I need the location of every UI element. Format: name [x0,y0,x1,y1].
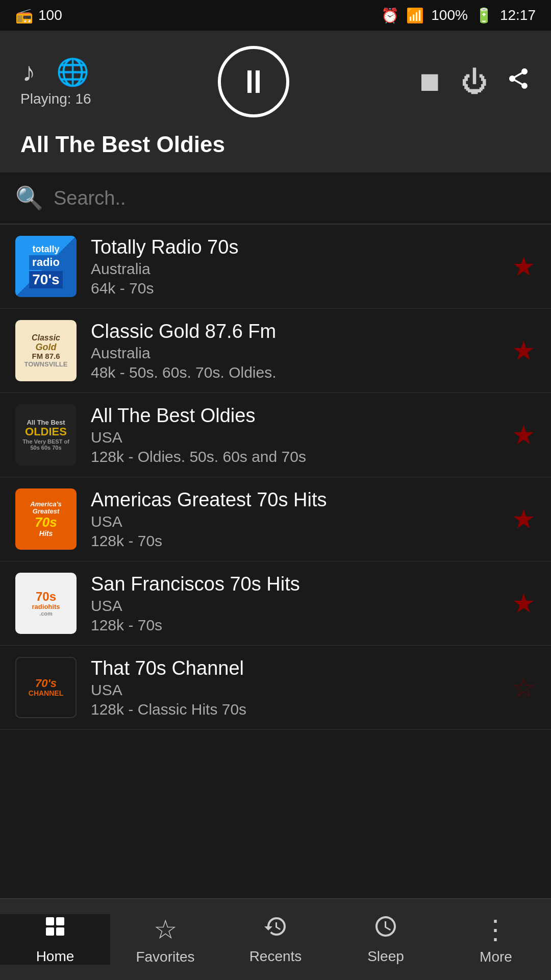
station-logo: 70's CHANNEL [15,657,77,718]
station-info: All The Best Oldies USA 128k - Oldies. 5… [91,405,502,465]
favorites-icon: ☆ [154,914,178,945]
bottom-nav: Home ☆ Favorites Recents Sleep ⋮ More [0,898,551,980]
station-bitrate: 128k - Oldies. 50s. 60s and 70s [91,448,502,465]
nav-more[interactable]: ⋮ More [441,914,551,965]
more-label: More [480,949,512,965]
favorite-star[interactable]: ★ [512,335,536,366]
power-button[interactable]: ⏻ [461,66,488,97]
station-country: USA [91,513,502,530]
list-item[interactable]: Classic Gold FM 87.6 TOWNSVILLE Classic … [0,309,551,393]
search-bar[interactable]: 🔍 [0,173,551,225]
station-country: Australia [91,345,502,362]
status-bar: 📻 100 ⏰ 📶 100% 🔋 12:17 [0,0,551,31]
stop-button[interactable]: ⏹ [416,66,443,97]
player-header: ♪ 🌐 Playing: 16 ⏸ ⏹ ⏻ All The Best Oldie… [0,31,551,173]
home-label: Home [36,948,74,965]
more-icon: ⋮ [482,914,510,945]
station-bitrate: 128k - 70s [91,532,502,550]
list-item[interactable]: 70s radiohits .com San Franciscos 70s Hi… [0,561,551,646]
wifi-icon: 📶 [406,7,424,24]
globe-icon[interactable]: 🌐 [56,57,89,88]
svg-rect-1 [46,927,54,936]
music-note-icon[interactable]: ♪ [22,57,36,88]
station-name: All The Best Oldies [91,405,502,427]
battery-text: 100% [431,7,468,23]
station-bitrate: 64k - 70s [91,280,502,297]
status-left: 📻 100 [15,7,62,24]
alarm-icon: ⏰ [381,7,399,24]
station-name: Classic Gold 87.6 Fm [91,321,502,342]
pause-button[interactable]: ⏸ [218,46,289,117]
station-country: Australia [91,260,502,278]
station-name: Americas Greatest 70s Hits [91,489,502,511]
favorite-star[interactable]: ★ [512,504,536,534]
player-right-controls: ⏹ ⏻ [416,66,531,97]
station-name: Totally Radio 70s [91,236,502,258]
sleep-label: Sleep [367,948,404,965]
svg-rect-2 [56,917,64,925]
station-country: USA [91,597,502,615]
list-item[interactable]: All The Best OLDIES The Very BEST of 50s… [0,393,551,477]
search-icon: 🔍 [15,185,43,211]
favorite-star[interactable]: ★ [512,588,536,619]
clock: 12:17 [500,7,536,23]
nav-sleep[interactable]: Sleep [331,914,441,965]
list-item[interactable]: America's Greatest 70s Hits Americas Gre… [0,477,551,561]
station-name: San Franciscos 70s Hits [91,573,502,595]
app-icon: 📻 [15,7,33,24]
station-name: That 70s Channel [91,657,502,679]
station-country: USA [91,681,502,699]
station-info: Americas Greatest 70s Hits USA 128k - 70… [91,489,502,550]
recents-icon [263,914,288,944]
favorite-star[interactable]: ☆ [512,672,536,703]
home-icon [43,914,67,944]
search-input[interactable] [54,187,536,209]
station-logo: All The Best OLDIES The Very BEST of 50s… [15,404,77,465]
signal-strength: 100 [38,7,62,23]
station-info: San Franciscos 70s Hits USA 128k - 70s [91,573,502,634]
nav-home[interactable]: Home [0,914,110,965]
station-logo: America's Greatest 70s Hits [15,488,77,550]
station-bitrate: 128k - Classic Hits 70s [91,701,502,718]
favorites-label: Favorites [136,949,194,965]
sleep-icon [373,914,398,944]
list-item[interactable]: 70's CHANNEL That 70s Channel USA 128k -… [0,646,551,730]
nav-favorites[interactable]: ☆ Favorites [110,914,220,965]
favorite-star[interactable]: ★ [512,420,536,450]
station-list: totally radio 70's Totally Radio 70s Aus… [0,225,551,903]
svg-rect-3 [56,927,64,936]
station-info: Classic Gold 87.6 Fm Australia 48k - 50s… [91,321,502,381]
station-bitrate: 128k - 70s [91,617,502,634]
playing-label: Playing: 16 [20,91,91,107]
station-logo: Classic Gold FM 87.6 TOWNSVILLE [15,320,77,381]
recents-label: Recents [249,948,302,965]
battery-icon: 🔋 [475,7,493,24]
station-info: Totally Radio 70s Australia 64k - 70s [91,236,502,297]
pause-icon: ⏸ [237,63,270,101]
share-button[interactable] [506,66,531,97]
station-bitrate: 48k - 50s. 60s. 70s. Oldies. [91,364,502,381]
station-country: USA [91,429,502,446]
station-logo: 70s radiohits .com [15,573,77,634]
player-left: ♪ 🌐 Playing: 16 [20,57,91,107]
list-item[interactable]: totally radio 70's Totally Radio 70s Aus… [0,225,551,309]
status-right: ⏰ 📶 100% 🔋 12:17 [381,7,536,24]
nav-recents[interactable]: Recents [220,914,331,965]
station-logo: totally radio 70's [15,236,77,297]
station-info: That 70s Channel USA 128k - Classic Hits… [91,657,502,718]
player-controls-row: ♪ 🌐 Playing: 16 ⏸ ⏹ ⏻ [20,46,531,117]
favorite-star[interactable]: ★ [512,251,536,282]
player-left-icons: ♪ 🌐 [22,57,89,88]
svg-rect-0 [46,917,54,925]
now-playing-title: All The Best Oldies [20,132,531,157]
